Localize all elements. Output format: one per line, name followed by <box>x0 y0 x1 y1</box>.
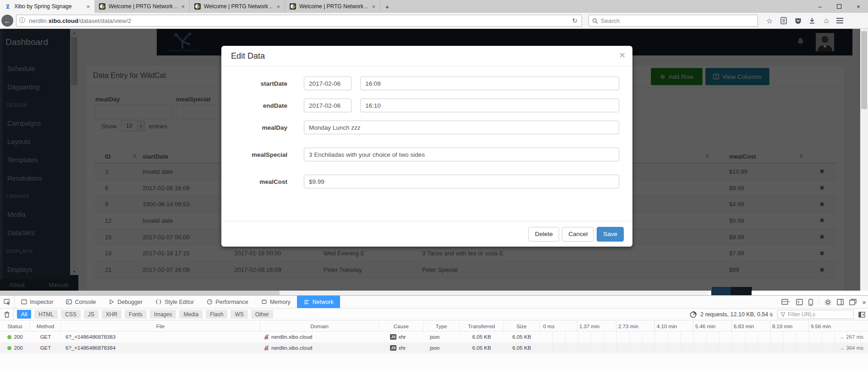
edit-data-modal: Edit Data × startDate 2017-02-06 16:09 e… <box>221 46 632 247</box>
home-icon[interactable]: ⌂ <box>822 17 830 25</box>
tab-close-icon[interactable]: × <box>180 3 186 10</box>
debugger-icon <box>109 299 115 305</box>
startdate-time-input[interactable]: 16:09 <box>360 77 619 90</box>
col-type[interactable]: Type <box>423 321 460 331</box>
tab-network[interactable]: Network <box>297 296 340 308</box>
split-console-icon[interactable] <box>796 299 803 305</box>
status-ok-icon <box>7 346 11 350</box>
menu-icon[interactable] <box>836 18 843 23</box>
tab-strip: Xibo by Spring Signage × Welcome | PRTG … <box>0 0 868 13</box>
filter-ws[interactable]: WS <box>231 310 247 319</box>
devtools-close-icon[interactable]: × <box>862 298 866 306</box>
filter-media[interactable]: Media <box>179 310 203 319</box>
devtools-panel: Inspector Console Debugger Style Editor … <box>0 295 868 369</box>
col-transferred[interactable]: Transferred <box>460 321 504 331</box>
mealcost-input[interactable]: $9.99 <box>304 175 619 188</box>
search-input[interactable]: Search <box>588 15 758 27</box>
filter-fonts[interactable]: Fonts <box>125 310 147 319</box>
startdate-date-input[interactable]: 2017-02-06 <box>304 77 352 90</box>
iframe-select-icon[interactable] <box>781 299 791 305</box>
col-cause[interactable]: Cause <box>379 321 423 331</box>
col-domain[interactable]: Domain <box>260 321 379 331</box>
vertical-scrollbar[interactable] <box>860 29 868 291</box>
filter-js[interactable]: JS <box>84 310 99 319</box>
devtools-toolbar: Inspector Console Debugger Style Editor … <box>0 296 868 308</box>
back-button[interactable]: ← <box>1 15 13 27</box>
tab-title: Welcome | PRTG Network ... <box>109 3 177 10</box>
filter-xhr[interactable]: XHR <box>102 310 121 319</box>
delete-button[interactable]: Delete <box>528 227 559 242</box>
responsive-mode-icon[interactable] <box>808 299 813 306</box>
filter-images[interactable]: Images <box>150 310 176 319</box>
browser-window: Xibo by Spring Signage × Welcome | PRTG … <box>0 0 868 369</box>
col-file[interactable]: File <box>61 321 260 331</box>
filter-all[interactable]: All <box>17 310 31 319</box>
timing-label: → 267 ms <box>540 331 868 342</box>
browser-tab-prtg-3[interactable]: Welcome | PRTG Network ... × <box>285 0 380 13</box>
tab-close-icon[interactable]: × <box>275 3 281 10</box>
url-bar[interactable]: ⓘ nerdlin.xibo.cloud/dataset/data/view/2… <box>16 15 582 27</box>
cancel-button[interactable]: Cancel <box>562 227 594 242</box>
enddate-time-input[interactable]: 16:10 <box>360 99 619 112</box>
mealday-input[interactable]: Monday Lunch zzz <box>304 121 619 134</box>
toggle-details-pane-icon[interactable] <box>858 312 865 318</box>
status-ok-icon <box>7 335 11 339</box>
browser-tab-xibo[interactable]: Xibo by Spring Signage × <box>0 0 94 13</box>
window-close-button[interactable]: × <box>849 0 868 13</box>
filter-flash[interactable]: Flash <box>206 310 227 319</box>
memory-icon <box>261 299 267 305</box>
downloads-icon[interactable] <box>808 17 816 25</box>
save-button[interactable]: Save <box>597 227 624 242</box>
bookmark-star-icon[interactable]: ☆ <box>765 17 774 25</box>
tab-title: Welcome | PRTG Network ... <box>299 3 368 10</box>
network-request-row[interactable]: 200 GET 6?_=1486486878383 nerdlin.xibo.c… <box>0 331 868 342</box>
browser-tab-prtg-1[interactable]: Welcome | PRTG Network ... × <box>94 0 190 13</box>
performance-analysis-icon[interactable] <box>690 311 697 318</box>
tab-debugger[interactable]: Debugger <box>102 296 149 308</box>
filter-html[interactable]: HTML <box>34 310 58 319</box>
tab-performance[interactable]: Performance <box>200 296 255 308</box>
insecure-lock-icon <box>264 334 269 340</box>
pick-element-icon[interactable] <box>0 296 15 308</box>
filter-urls-input[interactable]: Filter URLs <box>777 310 854 319</box>
pocket-icon[interactable] <box>794 17 802 25</box>
tab-memory[interactable]: Memory <box>255 296 297 308</box>
field-label-mealcost: mealCost <box>236 178 287 185</box>
dock-window-icon[interactable] <box>849 299 857 305</box>
col-size[interactable]: Size <box>504 321 540 331</box>
tab-close-icon[interactable]: × <box>85 3 91 10</box>
browser-tab-prtg-2[interactable]: Welcome | PRTG Network ... × <box>190 0 285 13</box>
dock-side-icon[interactable] <box>837 299 844 305</box>
tab-close-icon[interactable]: × <box>371 3 376 10</box>
tab-console[interactable]: Console <box>60 296 102 308</box>
modal-close-icon[interactable]: × <box>620 50 625 61</box>
funnel-icon <box>780 312 786 317</box>
scrollbar-thumb[interactable] <box>0 291 280 295</box>
clear-requests-icon[interactable] <box>0 308 14 320</box>
style-editor-icon <box>155 299 162 305</box>
mealspecial-input[interactable]: 3 Enchiladas with your choice of two sid… <box>304 148 619 161</box>
tab-style-editor[interactable]: Style Editor <box>149 296 200 308</box>
scrollbar-thumb[interactable] <box>861 31 867 109</box>
window-minimize-button[interactable]: – <box>810 0 830 13</box>
filter-css[interactable]: CSS <box>61 310 81 319</box>
enddate-date-input[interactable]: 2017-02-06 <box>304 99 352 112</box>
gear-icon[interactable] <box>824 299 831 306</box>
site-info-icon[interactable]: ⓘ <box>19 17 25 25</box>
prtg-favicon <box>194 3 201 10</box>
network-request-row[interactable]: 200 GET 6?_=1486486878384 nerdlin.xibo.c… <box>0 342 868 353</box>
col-status[interactable]: Status <box>0 321 30 331</box>
col-method[interactable]: Method <box>30 321 61 331</box>
js-cause-badge: JS <box>390 345 396 351</box>
horizontal-scrollbar[interactable] <box>0 291 868 295</box>
tab-title: Xibo by Spring Signage <box>14 3 82 10</box>
tab-inspector[interactable]: Inspector <box>15 296 60 308</box>
field-label-mealspecial: mealSpecial <box>236 151 287 158</box>
filter-other[interactable]: Other <box>251 310 273 319</box>
prtg-favicon <box>99 3 105 10</box>
window-maximize-button[interactable] <box>830 0 849 13</box>
new-tab-button[interactable]: + <box>380 0 394 13</box>
reading-list-icon[interactable] <box>780 17 788 25</box>
reload-icon[interactable]: ↻ <box>571 17 579 24</box>
xibo-favicon <box>5 3 11 10</box>
